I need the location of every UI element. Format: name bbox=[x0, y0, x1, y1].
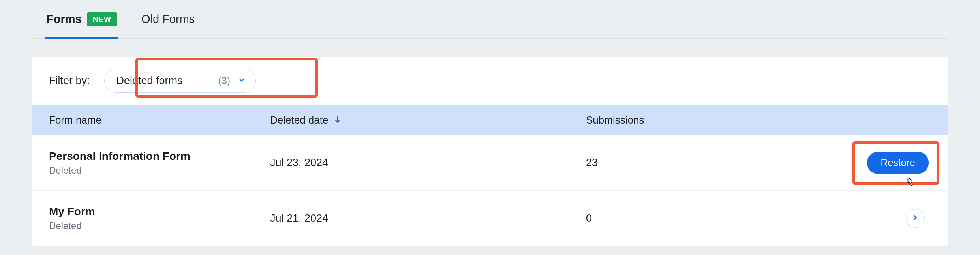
form-name: Personal Information Form bbox=[49, 150, 270, 163]
column-header-name[interactable]: Form name bbox=[49, 114, 270, 126]
filter-count: (3) bbox=[218, 75, 231, 86]
form-name-cell: My Form Deleted bbox=[49, 205, 270, 231]
column-header-submissions[interactable]: Submissions bbox=[586, 114, 807, 126]
form-name-cell: Personal Information Form Deleted bbox=[49, 150, 270, 176]
chevron-down-icon bbox=[238, 77, 245, 84]
table-row[interactable]: Personal Information Form Deleted Jul 23… bbox=[32, 135, 948, 191]
submissions-cell: 23 bbox=[586, 157, 807, 169]
form-status: Deleted bbox=[49, 220, 270, 231]
tab-forms-label: Forms bbox=[47, 13, 82, 26]
table-row[interactable]: My Form Deleted Jul 21, 2024 0 bbox=[32, 191, 948, 246]
form-status: Deleted bbox=[49, 165, 270, 176]
deleted-date-cell: Jul 23, 2024 bbox=[270, 157, 586, 169]
deleted-date-cell: Jul 21, 2024 bbox=[270, 212, 586, 225]
tab-old-forms[interactable]: Old Forms bbox=[141, 0, 195, 38]
filter-label: Filter by: bbox=[49, 75, 90, 87]
column-header-deleted[interactable]: Deleted date bbox=[270, 114, 586, 126]
table-header: Form name Deleted date Submissions bbox=[32, 105, 948, 135]
filter-dropdown[interactable]: Deleted forms (3) bbox=[104, 69, 256, 93]
cursor-pointer-icon bbox=[904, 177, 915, 188]
new-badge: NEW bbox=[87, 12, 117, 26]
submissions-cell: 0 bbox=[586, 212, 807, 225]
filter-selected-value: Deleted forms bbox=[116, 75, 183, 87]
tab-forms[interactable]: Forms NEW bbox=[47, 0, 117, 38]
tab-bar: Forms NEW Old Forms bbox=[32, 0, 948, 39]
filter-row: Filter by: Deleted forms (3) bbox=[32, 57, 948, 105]
column-header-deleted-label: Deleted date bbox=[270, 114, 328, 126]
sort-arrow-down-icon bbox=[334, 114, 342, 126]
row-action-button[interactable] bbox=[906, 209, 925, 228]
chevron-right-icon bbox=[911, 214, 919, 223]
tab-old-forms-label: Old Forms bbox=[141, 13, 195, 26]
forms-card: Filter by: Deleted forms (3) Form name D… bbox=[32, 57, 948, 246]
restore-button[interactable]: Restore bbox=[867, 152, 929, 174]
form-name: My Form bbox=[49, 205, 270, 218]
